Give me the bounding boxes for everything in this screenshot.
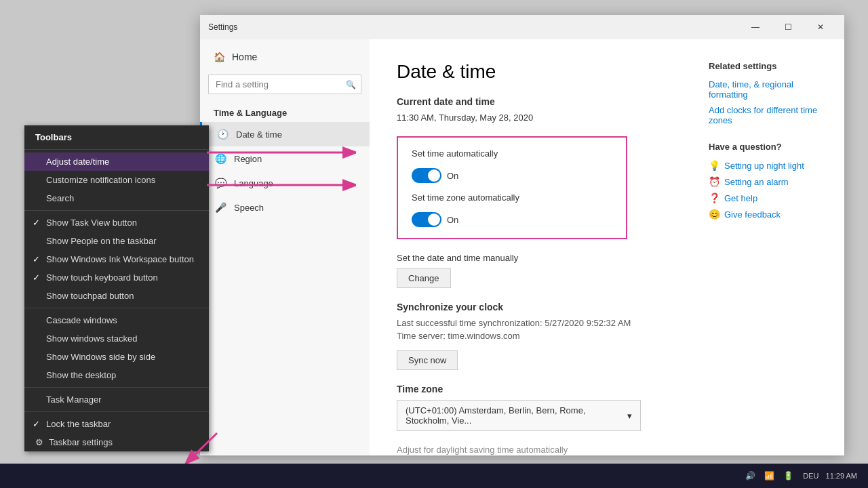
pink-arrow-2 — [207, 175, 356, 195]
manual-label: Set the date and time manually — [397, 253, 668, 263]
taskbar-language: DEU — [803, 472, 818, 480]
set-time-auto-control: On — [412, 168, 458, 183]
context-menu-item-show-desktop[interactable]: Show the desktop — [24, 366, 209, 384]
context-menu-item-search[interactable]: Search — [24, 189, 209, 207]
context-menu-item-show-touch-keyboard[interactable]: Show touch keyboard button — [24, 268, 209, 287]
clock-icon: 🕐 — [216, 127, 229, 141]
nav-item-speech[interactable]: 🎤 Speech — [200, 195, 370, 220]
feedback-icon: 😊 — [709, 209, 720, 220]
pink-arrow-bottom — [176, 430, 231, 464]
search-icon: 🔍 — [346, 80, 356, 89]
have-question-title: Have a question? — [709, 142, 831, 152]
title-bar: Settings — ☐ ✕ — [200, 15, 844, 39]
nav-category: Time & Language — [200, 100, 370, 122]
separator-5 — [24, 411, 209, 412]
nav-panel: 🏠 Home 🔍 Time & Language 🕐 Date & time 🌐… — [200, 39, 370, 455]
taskbar-volume-icon: 📶 — [761, 468, 777, 484]
speech-icon: 🎤 — [214, 201, 227, 214]
timezone-section: Time zone (UTC+01:00) Amsterdam, Berlin,… — [397, 384, 668, 431]
context-menu-item-cascade[interactable]: Cascade windows — [24, 311, 209, 329]
help-icon-2: ⏰ — [709, 176, 720, 187]
sync-section: Synchronize your clock Last successful t… — [397, 302, 668, 370]
set-timezone-auto-label: Set time zone automatically — [412, 192, 519, 203]
context-menu-header: Toolbars — [24, 125, 209, 146]
search-input[interactable] — [208, 75, 361, 94]
current-datetime-value: 11:30 AM, Thursday, May 28, 2020 — [397, 113, 668, 123]
chevron-down-icon: ▾ — [627, 411, 632, 421]
taskbar-battery-icon: 🔋 — [780, 468, 796, 484]
related-link-2[interactable]: Add clocks for different time zones — [709, 105, 831, 125]
window-title: Settings — [208, 22, 237, 32]
pink-arrow-1 — [207, 142, 356, 163]
taskbar: 🔊 📶 🔋 DEU 11:29 AM — [0, 464, 868, 488]
settings-body: 🏠 Home 🔍 Time & Language 🕐 Date & time 🌐… — [200, 39, 844, 455]
set-timezone-auto-toggle-row: On — [412, 212, 612, 227]
help-icon-1: 💡 — [709, 160, 720, 171]
set-time-auto-state: On — [447, 171, 458, 181]
daylight-label: Adjust for daylight saving time automati… — [397, 445, 668, 455]
gear-icon: ⚙ — [35, 437, 43, 447]
context-menu-item-task-manager[interactable]: Task Manager — [24, 390, 209, 409]
current-datetime-label: Current date and time — [397, 96, 668, 107]
taskbar-network-icon: 🔊 — [742, 468, 758, 484]
separator-2 — [24, 210, 209, 211]
home-icon: 🏠 — [214, 52, 225, 62]
nav-search: 🔍 — [208, 75, 361, 94]
sync-label: Synchronize your clock — [397, 302, 668, 312]
taskbar-time: 11:29 AM — [826, 472, 857, 480]
context-menu: Toolbars Adjust date/time Customize noti… — [24, 125, 209, 451]
set-time-auto-label: Set time automatically — [412, 148, 498, 159]
taskbar-icons: 🔊 📶 🔋 DEU 11:29 AM — [742, 468, 863, 484]
page-title: Date & time — [397, 61, 668, 83]
context-menu-item-adjust-datetime[interactable]: Adjust date/time — [24, 152, 209, 171]
timezone-value: (UTC+01:00) Amsterdam, Berlin, Bern, Rom… — [406, 405, 627, 426]
title-bar-controls: — ☐ ✕ — [740, 17, 836, 37]
set-time-auto-toggle[interactable] — [412, 168, 441, 183]
context-menu-item-customize-notif[interactable]: Customize notification icons — [24, 171, 209, 189]
related-settings-title: Related settings — [709, 61, 831, 71]
maximize-button[interactable]: ☐ — [772, 17, 804, 37]
sync-details-1: Last successful time synchronization: 5/… — [397, 318, 668, 328]
context-menu-item-show-people[interactable]: Show People on the taskbar — [24, 232, 209, 250]
right-panel: Related settings Date, time, & regional … — [695, 39, 844, 455]
have-question-section: Have a question? 💡 Setting up night ligh… — [709, 142, 831, 220]
manual-section: Set the date and time manually Change — [397, 253, 668, 288]
context-menu-item-show-side-by-side[interactable]: Show Windows side by side — [24, 348, 209, 366]
set-timezone-auto-state: On — [447, 215, 458, 225]
svg-line-5 — [190, 433, 217, 460]
main-content: Date & time Current date and time 11:30 … — [370, 39, 695, 455]
get-help-link[interactable]: ❓ Get help — [709, 192, 831, 203]
context-menu-item-show-stacked[interactable]: Show windows stacked — [24, 329, 209, 348]
settings-window: Settings — ☐ ✕ 🏠 Home 🔍 Time & Language … — [200, 15, 844, 455]
sync-details-2: Time server: time.windows.com — [397, 331, 668, 341]
minimize-button[interactable]: — — [740, 17, 771, 37]
timezone-dropdown[interactable]: (UTC+01:00) Amsterdam, Berlin, Bern, Rom… — [397, 400, 641, 431]
separator-3 — [24, 308, 209, 308]
help-link-night-light[interactable]: 💡 Setting up night light — [709, 160, 831, 171]
related-link-1[interactable]: Date, time, & regional formatting — [709, 79, 831, 100]
context-menu-item-show-task-view[interactable]: Show Task View button — [24, 214, 209, 232]
timezone-label: Time zone — [397, 384, 668, 394]
auto-settings-box: Set time automatically On Set time zone … — [397, 136, 627, 239]
help-link-alarm[interactable]: ⏰ Setting an alarm — [709, 176, 831, 187]
context-menu-item-show-touchpad[interactable]: Show touchpad button — [24, 287, 209, 305]
set-timezone-auto-row: Set time zone automatically — [412, 192, 612, 203]
set-timezone-auto-control: On — [412, 212, 458, 227]
separator-1 — [24, 149, 209, 150]
change-button[interactable]: Change — [397, 268, 451, 288]
separator-4 — [24, 387, 209, 388]
context-menu-item-show-ink[interactable]: Show Windows Ink Workspace button — [24, 250, 209, 268]
get-help-icon: ❓ — [709, 192, 720, 203]
close-button[interactable]: ✕ — [805, 17, 836, 37]
give-feedback-link[interactable]: 😊 Give feedback — [709, 209, 831, 220]
daylight-section: Adjust for daylight saving time automati… — [397, 445, 668, 455]
set-time-auto-toggle-row: On — [412, 168, 612, 183]
set-timezone-auto-toggle[interactable] — [412, 212, 441, 227]
sync-now-button[interactable]: Sync now — [397, 350, 458, 370]
set-time-auto-row: Set time automatically — [412, 148, 612, 159]
nav-home[interactable]: 🏠 Home — [200, 45, 370, 69]
